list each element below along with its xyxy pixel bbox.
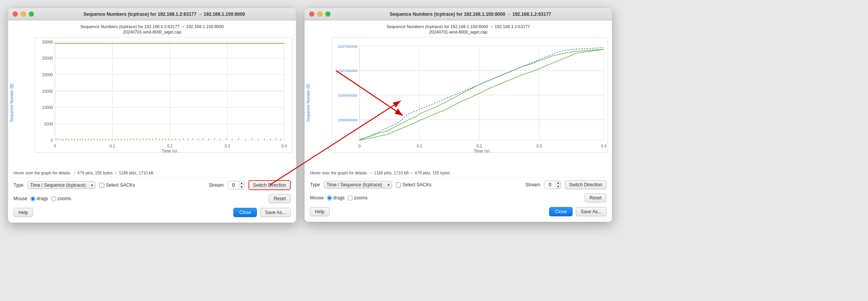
svg-rect-77 (232, 139, 233, 140)
svg-text:0.1: 0.1 (417, 144, 422, 148)
saveas-button-right[interactable]: Save As... (576, 207, 607, 216)
chart-subtitle-left: 20240701-wnd-8000_wget.cap (12, 30, 292, 34)
chart-wrapper-right: Sequence Number (B) 233750000 (308, 37, 608, 168)
minimize-traffic-light-right[interactable] (317, 12, 322, 17)
close-button-right[interactable]: Close (549, 207, 573, 216)
svg-rect-69 (188, 139, 189, 140)
drags-radio-right[interactable] (327, 196, 332, 201)
type-select-left[interactable]: Time / Sequence (tcptrace) (27, 181, 96, 189)
svg-rect-32 (71, 139, 72, 140)
svg-rect-27 (58, 139, 59, 140)
svg-rect-34 (77, 139, 78, 140)
stream-up-left[interactable]: ▲ (239, 181, 244, 185)
select-sacks-label-left[interactable]: Select SACKs (99, 182, 135, 188)
help-button-right[interactable]: Help (310, 207, 330, 216)
stream-up-right[interactable]: ▲ (556, 181, 561, 185)
stream-control-left[interactable]: ▲ ▼ (228, 181, 245, 190)
stream-input-box-right[interactable]: ▲ ▼ (544, 181, 561, 189)
svg-rect-42 (100, 139, 101, 140)
window-content-left: Sequence Numbers (tcptrace) for 192.168.… (8, 20, 296, 222)
svg-text:15000: 15000 (42, 89, 53, 93)
svg-text:0.2: 0.2 (167, 144, 173, 148)
zooms-label-right[interactable]: zooms (348, 195, 367, 201)
svg-rect-74 (214, 139, 215, 140)
hover-info-left: Hover over the graph for details. → 679 … (12, 171, 292, 175)
svg-rect-39 (91, 139, 92, 140)
stream-input-left[interactable] (228, 181, 239, 189)
select-sacks-label-right[interactable]: Select SACKs (396, 182, 431, 187)
maximize-traffic-light-right[interactable] (325, 12, 330, 17)
drags-label-right[interactable]: drags (327, 195, 345, 201)
svg-text:30000: 30000 (42, 40, 53, 44)
svg-rect-38 (88, 139, 89, 140)
svg-rect-43 (102, 139, 103, 140)
svg-rect-26 (55, 139, 56, 140)
stream-input-box-left[interactable]: ▲ ▼ (228, 181, 245, 190)
svg-text:0: 0 (359, 144, 361, 148)
mouse-row-right: Mouse drags zooms Reset (308, 192, 608, 204)
type-select-wrapper-left[interactable]: Time / Sequence (tcptrace) ▼ (27, 181, 96, 189)
svg-text:0.2: 0.2 (476, 144, 482, 148)
window-title-left: Sequence Numbers (tcptrace) for 192.168.… (37, 12, 292, 17)
svg-rect-51 (127, 139, 128, 140)
svg-rect-85 (280, 139, 281, 140)
zooms-label-left[interactable]: zooms (51, 196, 71, 201)
minimize-traffic-light-left[interactable] (21, 12, 26, 17)
svg-text:0.4: 0.4 (282, 144, 287, 148)
hover-info-right: Hover over the graph for details. → 1186… (308, 171, 608, 175)
chart-svg-left: 30000 25000 20000 15000 10000 5000 0 0 0… (35, 38, 292, 152)
svg-rect-84 (276, 139, 276, 140)
select-sacks-checkbox-left[interactable] (99, 183, 104, 188)
svg-rect-61 (159, 139, 160, 140)
zooms-radio-left[interactable] (51, 196, 56, 201)
saveas-button-left[interactable]: Save As... (260, 208, 291, 217)
titlebar-left: Sequence Numbers (tcptrace) for 192.168.… (8, 8, 296, 20)
svg-text:0: 0 (54, 144, 56, 148)
type-select-wrapper-right[interactable]: Time / Sequence (tcptrace) ▼ (324, 181, 392, 189)
svg-rect-80 (251, 139, 252, 140)
svg-rect-31 (68, 139, 69, 140)
chart-area-right[interactable]: 2337500000 2337000000 2336500000 2336000… (332, 37, 608, 153)
close-traffic-light-right[interactable] (309, 12, 314, 17)
svg-text:5000: 5000 (44, 122, 53, 126)
drags-radio-left[interactable] (30, 196, 35, 201)
zooms-radio-right[interactable] (348, 196, 353, 201)
stream-arrows-left[interactable]: ▲ ▼ (239, 181, 244, 189)
stream-label-right: Stream (525, 182, 540, 187)
stream-arrows-right[interactable]: ▲ ▼ (555, 181, 561, 189)
svg-rect-68 (183, 139, 184, 140)
drags-label-left[interactable]: drags (30, 196, 48, 201)
svg-text:0.3: 0.3 (225, 144, 230, 148)
close-button-left[interactable]: Close (233, 208, 257, 217)
svg-rect-28 (61, 139, 62, 140)
svg-rect-30 (66, 139, 67, 140)
window-left: Sequence Numbers (tcptrace) for 192.168.… (8, 8, 297, 223)
chart-area-left[interactable]: 30000 25000 20000 15000 10000 5000 0 0 0… (35, 37, 292, 153)
svg-text:Time (s): Time (s) (162, 149, 177, 152)
reset-button-left[interactable]: Reset (269, 194, 291, 203)
svg-rect-62 (162, 139, 163, 140)
y-axis-label-right: Sequence Number (B) (306, 84, 310, 122)
switch-direction-button-right[interactable]: Switch Direction (565, 180, 607, 189)
svg-rect-60 (156, 139, 157, 140)
stream-input-right[interactable] (545, 181, 555, 189)
svg-text:2336000000: 2336000000 (338, 118, 357, 122)
svg-rect-33 (74, 139, 75, 140)
svg-rect-53 (133, 139, 134, 140)
help-button-left[interactable]: Help (13, 208, 33, 217)
switch-direction-button-left[interactable]: Switch Direction (248, 180, 291, 190)
svg-rect-59 (152, 139, 153, 140)
stream-control-right[interactable]: ▲ ▼ (544, 181, 561, 189)
svg-rect-72 (203, 139, 203, 140)
svg-text:2337500000: 2337500000 (338, 44, 357, 48)
reset-button-right[interactable]: Reset (585, 193, 607, 202)
stream-down-right[interactable]: ▼ (556, 185, 561, 189)
svg-rect-37 (85, 139, 86, 140)
svg-rect-50 (124, 139, 125, 140)
maximize-traffic-light-left[interactable] (29, 12, 34, 17)
type-select-right[interactable]: Time / Sequence (tcptrace) (324, 181, 392, 189)
select-sacks-checkbox-right[interactable] (396, 182, 401, 187)
stream-down-left[interactable]: ▼ (239, 185, 244, 189)
svg-text:0: 0 (51, 138, 53, 142)
close-traffic-light-left[interactable] (13, 12, 18, 17)
